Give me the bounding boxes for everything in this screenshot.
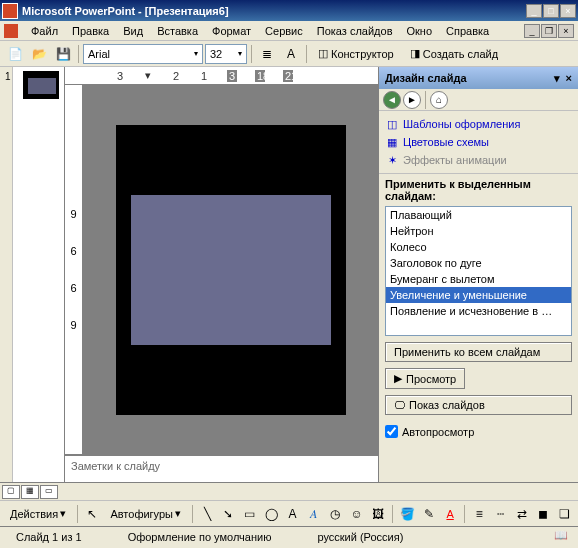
menu-view[interactable]: Вид	[116, 23, 150, 39]
task-pane: Дизайн слайда ▾ × ◄ ► ⌂ ◫ Шаблоны оформл…	[378, 67, 578, 482]
menu-slideshow[interactable]: Показ слайдов	[310, 23, 400, 39]
thumb-number: 1	[5, 71, 11, 82]
nav-forward-button[interactable]: ►	[403, 91, 421, 109]
line-color-tool[interactable]: ✎	[420, 503, 438, 525]
line-tool[interactable]: ╲	[198, 503, 216, 525]
play-icon: ▶	[394, 372, 402, 385]
menu-insert[interactable]: Вставка	[150, 23, 205, 39]
app-icon	[2, 3, 18, 19]
select-tool[interactable]: ↖	[83, 503, 101, 525]
sorter-view-button[interactable]: ▦	[21, 485, 39, 499]
effects-listbox[interactable]: Плавающий Нейтрон Колесо Заголовок по ду…	[385, 206, 572, 336]
animation-icon: ✶	[385, 153, 399, 167]
window-title: Microsoft PowerPoint - [Презентация6]	[22, 5, 526, 17]
close-button[interactable]: ×	[560, 4, 576, 18]
notes-pane[interactable]: Заметки к слайду	[65, 454, 378, 482]
status-language: русский (Россия)	[309, 531, 411, 543]
nav-back-button[interactable]: ◄	[383, 91, 401, 109]
minimize-button[interactable]: _	[526, 4, 542, 18]
picture-tool[interactable]: 🖼	[369, 503, 387, 525]
bullets-button[interactable]: ≣	[256, 43, 278, 65]
list-item[interactable]: Появление и исчезновение в …	[386, 303, 571, 319]
vertical-ruler[interactable]: 9669	[65, 85, 83, 454]
editor-area: 3▾21 31821 9669 Заметки к слайду	[65, 67, 378, 482]
status-spellcheck-icon[interactable]: 📖	[554, 529, 570, 545]
taskpane-close-button[interactable]: ×	[566, 72, 572, 85]
line-style-tool[interactable]: ≡	[470, 503, 488, 525]
autopreview-label: Автопросмотр	[402, 426, 474, 438]
menu-tools[interactable]: Сервис	[258, 23, 310, 39]
new-slide-icon: ◨	[410, 47, 420, 60]
maximize-button[interactable]: □	[543, 4, 559, 18]
menu-window[interactable]: Окно	[400, 23, 440, 39]
statusbar: Слайд 1 из 1 Оформление по умолчанию рус…	[0, 526, 578, 546]
list-item[interactable]: Плавающий	[386, 207, 571, 223]
menu-file[interactable]: Файл	[24, 23, 65, 39]
menu-format[interactable]: Формат	[205, 23, 258, 39]
3d-tool[interactable]: ❏	[556, 503, 574, 525]
oval-tool[interactable]: ◯	[262, 503, 280, 525]
autopreview-checkbox[interactable]	[385, 425, 398, 438]
taskpane-header: Дизайн слайда ▾ ×	[379, 67, 578, 89]
preview-button[interactable]: ▶ Просмотр	[385, 368, 465, 389]
slideshow-button[interactable]: 🖵 Показ слайдов	[385, 395, 572, 415]
menu-edit[interactable]: Правка	[65, 23, 116, 39]
arrow-tool[interactable]: ➘	[219, 503, 237, 525]
menubar: Файл Правка Вид Вставка Формат Сервис По…	[0, 21, 578, 41]
link-animation-effects[interactable]: ✶ Эффекты анимации	[385, 151, 572, 169]
wordart-tool[interactable]: 𝐴	[305, 503, 323, 525]
slide-content-placeholder[interactable]	[131, 195, 331, 345]
standard-toolbar: 📄 📂 💾 Arial▾ 32▾ ≣ A ◫ Конструктор ◨ Соз…	[0, 41, 578, 67]
arrow-style-tool[interactable]: ⇄	[513, 503, 531, 525]
thumbnail-panel[interactable]: 1	[13, 67, 65, 482]
taskpane-menu-arrow[interactable]: ▾	[554, 72, 560, 85]
slide-thumbnail-1[interactable]	[23, 71, 59, 99]
font-size-combo[interactable]: 32▾	[205, 44, 247, 64]
actions-menu[interactable]: Действия ▾	[4, 505, 72, 522]
font-name-combo[interactable]: Arial▾	[83, 44, 203, 64]
new-doc-button[interactable]: 📄	[4, 43, 26, 65]
textbox-tool[interactable]: A	[283, 503, 301, 525]
view-buttons: ▢ ▦ ▭	[0, 482, 578, 500]
drawing-toolbar: Действия ▾ ↖ Автофигуры ▾ ╲ ➘ ▭ ◯ A 𝐴 ◷ …	[0, 500, 578, 526]
rectangle-tool[interactable]: ▭	[241, 503, 259, 525]
dash-style-tool[interactable]: ┄	[492, 503, 510, 525]
shadow-tool[interactable]: ◼	[534, 503, 552, 525]
font-grow-button[interactable]: A	[280, 43, 302, 65]
outline-strip	[0, 67, 13, 482]
doc-icon	[4, 24, 18, 38]
nav-home-button[interactable]: ⌂	[430, 91, 448, 109]
color-scheme-icon: ▦	[385, 135, 399, 149]
template-icon: ◫	[385, 117, 399, 131]
autoshapes-menu[interactable]: Автофигуры ▾	[104, 505, 187, 522]
list-item-selected[interactable]: Увеличение и уменьшение	[386, 287, 571, 303]
window-titlebar: Microsoft PowerPoint - [Презентация6] _ …	[0, 0, 578, 21]
open-button[interactable]: 📂	[28, 43, 50, 65]
monitor-icon: 🖵	[394, 399, 405, 411]
list-item[interactable]: Колесо	[386, 239, 571, 255]
fill-color-tool[interactable]: 🪣	[398, 503, 416, 525]
diagram-tool[interactable]: ◷	[326, 503, 344, 525]
save-button[interactable]: 💾	[52, 43, 74, 65]
new-slide-button[interactable]: ◨ Создать слайд	[403, 43, 505, 65]
font-color-tool[interactable]: A	[441, 503, 459, 525]
constructor-icon: ◫	[318, 47, 328, 60]
status-slide-info: Слайд 1 из 1	[8, 531, 90, 543]
constructor-button[interactable]: ◫ Конструктор	[311, 43, 401, 65]
list-item[interactable]: Нейтрон	[386, 223, 571, 239]
menu-help[interactable]: Справка	[439, 23, 496, 39]
normal-view-button[interactable]: ▢	[2, 485, 20, 499]
apply-all-button[interactable]: Применить ко всем слайдам	[385, 342, 572, 362]
list-item[interactable]: Заголовок по дуге	[386, 255, 571, 271]
doc-restore-button[interactable]: ❐	[541, 24, 557, 38]
horizontal-ruler[interactable]: 3▾21 31821	[65, 67, 378, 85]
clipart-tool[interactable]: ☺	[348, 503, 366, 525]
slide-canvas[interactable]	[116, 125, 346, 415]
link-color-schemes[interactable]: ▦ Цветовые схемы	[385, 133, 572, 151]
doc-minimize-button[interactable]: _	[524, 24, 540, 38]
link-design-templates[interactable]: ◫ Шаблоны оформления	[385, 115, 572, 133]
list-item[interactable]: Бумеранг с вылетом	[386, 271, 571, 287]
apply-to-label: Применить к выделенным слайдам:	[379, 174, 578, 206]
slideshow-view-button[interactable]: ▭	[40, 485, 58, 499]
doc-close-button[interactable]: ×	[558, 24, 574, 38]
